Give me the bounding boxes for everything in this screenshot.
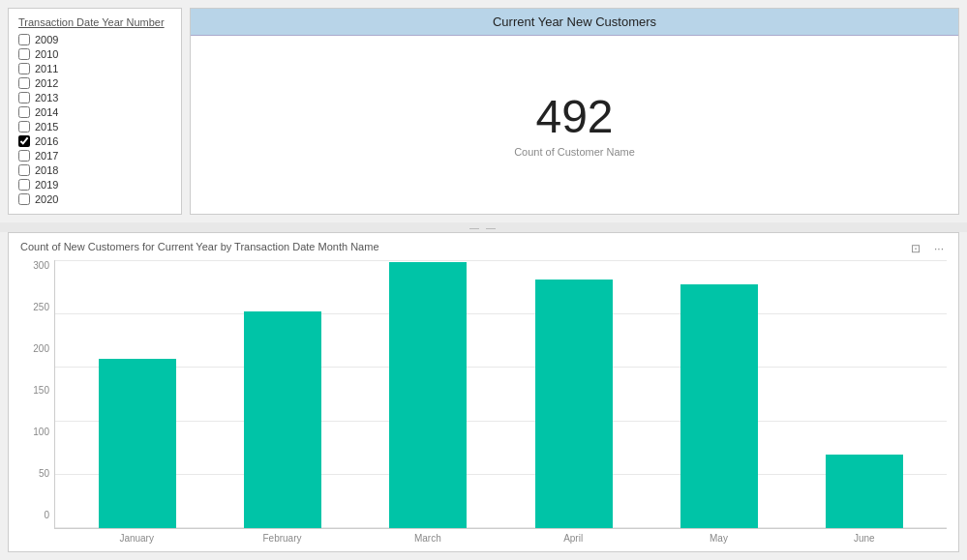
bar-group[interactable] [501,260,647,528]
filter-checkbox[interactable] [18,150,30,162]
filter-item: 2016 [18,135,171,147]
y-axis-label: 100 [33,427,49,437]
y-axis-label: 300 [33,260,49,271]
filter-checkbox[interactable] [18,164,30,176]
bar[interactable] [99,359,176,528]
filter-year-label: 2015 [35,121,58,133]
kpi-header: Current Year New Customers [191,9,958,36]
chart-controls: ⊡ ··· [908,241,947,256]
filter-year-label: 2017 [35,150,58,162]
filter-item: 2010 [18,48,171,60]
bar-group[interactable] [65,260,210,528]
filter-checkbox[interactable] [18,179,30,191]
filter-checkbox[interactable] [18,121,30,133]
bar-group[interactable] [792,260,937,528]
filter-item: 2013 [18,92,171,103]
filter-year-label: 2020 [35,193,58,205]
filter-item: 2017 [18,150,171,162]
x-axis-label: March [355,533,500,544]
x-axis-label: June [792,533,937,544]
filter-checkbox[interactable] [18,193,30,205]
chart-section: Count of New Customers for Current Year … [8,232,959,552]
filter-item: 2015 [18,121,171,133]
filter-year-label: 2013 [35,92,58,103]
kpi-value: 492 [535,92,613,143]
divider-row[interactable]: — — [0,222,967,232]
y-axis-label: 250 [33,302,49,312]
filter-checkbox[interactable] [18,63,30,74]
filter-items-container: 2009201020112012201320142015201620172018… [18,34,171,205]
y-axis: 300250200150100500 [20,260,54,544]
y-axis-label: 0 [44,510,49,520]
x-axis-label: January [64,533,209,544]
y-axis-label: 200 [33,343,49,354]
filter-year-label: 2011 [35,63,58,74]
filter-item: 2018 [18,164,171,176]
expand-icon[interactable]: ⊡ [908,241,923,256]
bar-group[interactable] [647,260,792,528]
filter-checkbox[interactable] [18,48,30,60]
y-axis-label: 50 [39,468,49,479]
bar[interactable] [826,455,903,528]
bar-group[interactable] [210,260,355,528]
filter-checkbox[interactable] [18,92,30,103]
kpi-card: Current Year New Customers 492 Count of … [190,8,959,215]
y-axis-label: 150 [33,385,49,396]
x-axis-label: May [646,533,791,544]
filter-panel: Transaction Date Year Number 20092010201… [8,8,182,215]
filter-checkbox[interactable] [18,106,30,118]
x-axis-label: February [209,533,354,544]
chart-title: Count of New Customers for Current Year … [20,241,379,252]
more-options-icon[interactable]: ··· [931,241,947,256]
x-axis-label: April [500,533,646,544]
filter-year-label: 2014 [35,106,58,118]
kpi-label: Count of Customer Name [514,146,635,158]
filter-checkbox[interactable] [18,135,30,147]
filter-item: 2009 [18,34,171,45]
top-section: Transaction Date Year Number 20092010201… [0,0,967,222]
filter-year-label: 2010 [35,48,58,60]
filter-year-label: 2009 [35,34,58,45]
bar[interactable] [680,284,758,528]
filter-year-label: 2019 [35,179,58,191]
filter-checkbox[interactable] [18,34,30,45]
filter-item: 2014 [18,106,171,118]
filter-title: Transaction Date Year Number [18,16,171,28]
filter-item: 2020 [18,193,171,205]
bar[interactable] [244,311,321,528]
bar[interactable] [389,262,467,528]
filter-item: 2012 [18,77,171,89]
chart-plot: JanuaryFebruaryMarchAprilMayJune [54,260,947,544]
chart-header: Count of New Customers for Current Year … [20,241,947,256]
bar-group[interactable] [355,260,500,528]
x-labels: JanuaryFebruaryMarchAprilMayJune [54,533,947,544]
filter-year-label: 2016 [35,135,58,147]
bars-area [54,260,947,529]
filter-checkbox[interactable] [18,77,30,89]
kpi-body: 492 Count of Customer Name [191,36,958,214]
filter-year-label: 2012 [35,77,58,89]
chart-area: 300250200150100500 JanuaryFebruaryMarchA… [20,260,947,544]
bar[interactable] [535,280,613,528]
filter-item: 2019 [18,179,171,191]
main-container: Transaction Date Year Number 20092010201… [0,0,967,560]
filter-item: 2011 [18,63,171,74]
filter-year-label: 2018 [35,164,58,176]
divider-handle: — — [469,222,498,233]
